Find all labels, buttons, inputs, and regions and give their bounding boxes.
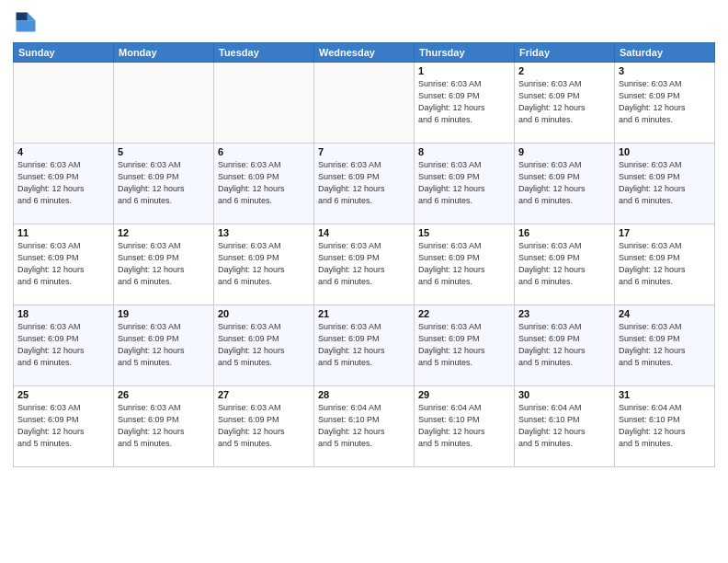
day-number: 13 [218, 227, 310, 238]
day-info: Sunrise: 6:03 AM Sunset: 6:09 PM Dayligh… [318, 321, 410, 369]
svg-marker-0 [28, 13, 36, 21]
day-info: Sunrise: 6:03 AM Sunset: 6:09 PM Dayligh… [118, 402, 210, 450]
day-number: 22 [418, 308, 510, 319]
day-info: Sunrise: 6:03 AM Sunset: 6:09 PM Dayligh… [518, 78, 610, 126]
day-info: Sunrise: 6:03 AM Sunset: 6:09 PM Dayligh… [17, 159, 109, 207]
day-number: 31 [619, 389, 711, 400]
day-number: 15 [418, 227, 510, 238]
day-cell: 26Sunrise: 6:03 AM Sunset: 6:09 PM Dayli… [114, 386, 214, 467]
day-number: 6 [218, 146, 310, 157]
day-number: 21 [318, 308, 410, 319]
day-cell: 16Sunrise: 6:03 AM Sunset: 6:09 PM Dayli… [515, 224, 615, 305]
day-info: Sunrise: 6:04 AM Sunset: 6:10 PM Dayligh… [518, 402, 610, 450]
week-row-0: 1Sunrise: 6:03 AM Sunset: 6:09 PM Daylig… [14, 63, 715, 144]
week-row-2: 11Sunrise: 6:03 AM Sunset: 6:09 PM Dayli… [14, 224, 715, 305]
week-row-4: 25Sunrise: 6:03 AM Sunset: 6:09 PM Dayli… [14, 386, 715, 467]
day-cell: 14Sunrise: 6:03 AM Sunset: 6:09 PM Dayli… [314, 224, 415, 305]
col-header-friday: Friday [515, 43, 615, 63]
day-info: Sunrise: 6:03 AM Sunset: 6:09 PM Dayligh… [218, 321, 310, 369]
day-number: 14 [318, 227, 410, 238]
day-info: Sunrise: 6:03 AM Sunset: 6:09 PM Dayligh… [418, 321, 510, 369]
day-number: 27 [218, 389, 310, 400]
day-info: Sunrise: 6:03 AM Sunset: 6:09 PM Dayligh… [418, 159, 510, 207]
day-info: Sunrise: 6:03 AM Sunset: 6:09 PM Dayligh… [218, 240, 310, 288]
col-header-saturday: Saturday [615, 43, 715, 63]
day-cell: 15Sunrise: 6:03 AM Sunset: 6:09 PM Dayli… [415, 224, 515, 305]
day-cell [214, 63, 314, 144]
week-row-1: 4Sunrise: 6:03 AM Sunset: 6:09 PM Daylig… [14, 144, 715, 224]
header [13, 9, 715, 35]
day-cell: 24Sunrise: 6:03 AM Sunset: 6:09 PM Dayli… [615, 305, 715, 386]
day-cell: 27Sunrise: 6:03 AM Sunset: 6:09 PM Dayli… [214, 386, 314, 467]
day-cell: 25Sunrise: 6:03 AM Sunset: 6:09 PM Dayli… [14, 386, 114, 467]
day-number: 18 [17, 308, 109, 319]
day-number: 11 [17, 227, 109, 238]
col-header-wednesday: Wednesday [314, 43, 415, 63]
day-cell: 3Sunrise: 6:03 AM Sunset: 6:09 PM Daylig… [615, 63, 715, 144]
day-cell: 18Sunrise: 6:03 AM Sunset: 6:09 PM Dayli… [14, 305, 114, 386]
day-number: 17 [619, 227, 711, 238]
col-header-thursday: Thursday [415, 43, 515, 63]
day-number: 4 [17, 146, 109, 157]
day-number: 19 [118, 308, 210, 319]
day-info: Sunrise: 6:03 AM Sunset: 6:09 PM Dayligh… [17, 402, 109, 450]
day-cell: 17Sunrise: 6:03 AM Sunset: 6:09 PM Dayli… [615, 224, 715, 305]
day-cell [314, 63, 415, 144]
day-cell: 31Sunrise: 6:04 AM Sunset: 6:10 PM Dayli… [615, 386, 715, 467]
day-cell: 22Sunrise: 6:03 AM Sunset: 6:09 PM Dayli… [415, 305, 515, 386]
day-cell [114, 63, 214, 144]
page: SundayMondayTuesdayWednesdayThursdayFrid… [0, 0, 728, 563]
day-info: Sunrise: 6:03 AM Sunset: 6:09 PM Dayligh… [418, 240, 510, 288]
day-info: Sunrise: 6:03 AM Sunset: 6:09 PM Dayligh… [17, 321, 109, 369]
header-row: SundayMondayTuesdayWednesdayThursdayFrid… [14, 43, 715, 63]
day-info: Sunrise: 6:03 AM Sunset: 6:09 PM Dayligh… [118, 240, 210, 288]
day-info: Sunrise: 6:03 AM Sunset: 6:09 PM Dayligh… [518, 159, 610, 207]
day-number: 25 [17, 389, 109, 400]
day-number: 12 [118, 227, 210, 238]
day-number: 5 [118, 146, 210, 157]
day-cell: 13Sunrise: 6:03 AM Sunset: 6:09 PM Dayli… [214, 224, 314, 305]
day-info: Sunrise: 6:03 AM Sunset: 6:09 PM Dayligh… [619, 240, 711, 288]
day-cell: 28Sunrise: 6:04 AM Sunset: 6:10 PM Dayli… [314, 386, 415, 467]
day-number: 16 [518, 227, 610, 238]
day-info: Sunrise: 6:03 AM Sunset: 6:09 PM Dayligh… [518, 321, 610, 369]
day-cell: 11Sunrise: 6:03 AM Sunset: 6:09 PM Dayli… [14, 224, 114, 305]
day-info: Sunrise: 6:03 AM Sunset: 6:09 PM Dayligh… [619, 159, 711, 207]
day-info: Sunrise: 6:03 AM Sunset: 6:09 PM Dayligh… [318, 240, 410, 288]
day-info: Sunrise: 6:03 AM Sunset: 6:09 PM Dayligh… [118, 321, 210, 369]
day-cell: 10Sunrise: 6:03 AM Sunset: 6:09 PM Dayli… [615, 144, 715, 224]
day-info: Sunrise: 6:03 AM Sunset: 6:09 PM Dayligh… [619, 321, 711, 369]
logo-icon [13, 9, 39, 35]
day-cell: 21Sunrise: 6:03 AM Sunset: 6:09 PM Dayli… [314, 305, 415, 386]
col-header-monday: Monday [114, 43, 214, 63]
day-cell: 19Sunrise: 6:03 AM Sunset: 6:09 PM Dayli… [114, 305, 214, 386]
day-number: 7 [318, 146, 410, 157]
logo [13, 9, 42, 35]
day-cell: 2Sunrise: 6:03 AM Sunset: 6:09 PM Daylig… [515, 63, 615, 144]
day-cell: 30Sunrise: 6:04 AM Sunset: 6:10 PM Dayli… [515, 386, 615, 467]
day-number: 26 [118, 389, 210, 400]
day-cell: 1Sunrise: 6:03 AM Sunset: 6:09 PM Daylig… [415, 63, 515, 144]
col-header-tuesday: Tuesday [214, 43, 314, 63]
svg-rect-1 [17, 13, 28, 21]
day-number: 3 [619, 65, 711, 76]
day-cell: 29Sunrise: 6:04 AM Sunset: 6:10 PM Dayli… [415, 386, 515, 467]
day-cell: 12Sunrise: 6:03 AM Sunset: 6:09 PM Dayli… [114, 224, 214, 305]
day-number: 28 [318, 389, 410, 400]
day-cell: 8Sunrise: 6:03 AM Sunset: 6:09 PM Daylig… [415, 144, 515, 224]
day-number: 20 [218, 308, 310, 319]
col-header-sunday: Sunday [14, 43, 114, 63]
day-cell: 4Sunrise: 6:03 AM Sunset: 6:09 PM Daylig… [14, 144, 114, 224]
day-cell: 9Sunrise: 6:03 AM Sunset: 6:09 PM Daylig… [515, 144, 615, 224]
day-number: 29 [418, 389, 510, 400]
day-number: 30 [518, 389, 610, 400]
day-info: Sunrise: 6:03 AM Sunset: 6:09 PM Dayligh… [418, 78, 510, 126]
day-cell: 5Sunrise: 6:03 AM Sunset: 6:09 PM Daylig… [114, 144, 214, 224]
day-cell [14, 63, 114, 144]
day-info: Sunrise: 6:03 AM Sunset: 6:09 PM Dayligh… [118, 159, 210, 207]
calendar-table: SundayMondayTuesdayWednesdayThursdayFrid… [13, 42, 715, 467]
day-cell: 6Sunrise: 6:03 AM Sunset: 6:09 PM Daylig… [214, 144, 314, 224]
day-info: Sunrise: 6:03 AM Sunset: 6:09 PM Dayligh… [218, 402, 310, 450]
day-number: 9 [518, 146, 610, 157]
week-row-3: 18Sunrise: 6:03 AM Sunset: 6:09 PM Dayli… [14, 305, 715, 386]
